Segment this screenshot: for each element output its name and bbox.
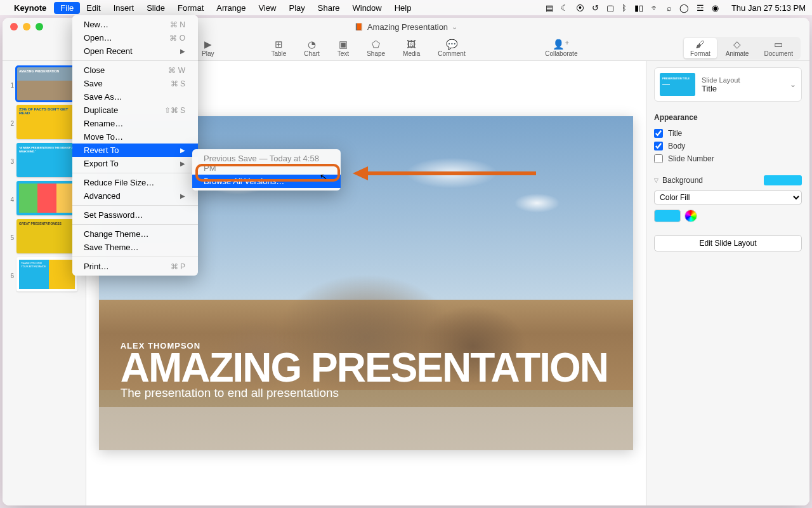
file-menu-item[interactable]: Revert To▶ xyxy=(72,144,198,157)
inspector-tabs: 🖌Format ◇Animate ▭Document xyxy=(683,37,801,60)
tab-document[interactable]: ▭Document xyxy=(757,38,799,58)
edit-slide-layout-button[interactable]: Edit Slide Layout xyxy=(654,235,802,251)
airplay-icon[interactable]: ⦿ xyxy=(576,3,584,13)
search-icon[interactable]: ⌕ xyxy=(667,3,672,13)
macos-menubar: Keynote File Edit Insert Slide Format Ar… xyxy=(0,0,812,15)
file-menu-item[interactable]: Save⌘ S xyxy=(72,77,198,90)
slide-layout-picker[interactable]: Slide LayoutTitle ⌄ xyxy=(654,67,802,102)
file-menu-item[interactable]: Reduce File Size… xyxy=(72,176,198,189)
file-menu-item[interactable]: Open…⌘ O xyxy=(72,31,198,44)
submenu-browse-all-versions[interactable]: Browse All Versions… xyxy=(192,175,341,188)
animate-icon: ◇ xyxy=(733,39,741,50)
body-checkbox-row[interactable]: Body xyxy=(654,140,802,152)
slide-thumbnail-6[interactable]: THANK YOU FOR YOUR ATTENDANCE xyxy=(16,257,77,291)
user-icon[interactable]: ◯ xyxy=(679,3,689,13)
timemachine-icon[interactable]: ↺ xyxy=(592,3,599,13)
tab-format[interactable]: 🖌Format xyxy=(684,38,717,58)
menu-insert[interactable]: Insert xyxy=(107,2,141,14)
body-checkbox[interactable] xyxy=(654,142,663,150)
menu-window[interactable]: Window xyxy=(346,2,388,14)
menu-play[interactable]: Play xyxy=(282,2,311,14)
file-menu-item[interactable]: New…⌘ N xyxy=(72,18,198,31)
file-menu-item[interactable]: Save As… xyxy=(72,90,198,104)
file-menu-dropdown: New…⌘ NOpen…⌘ OOpen Recent▶Close⌘ WSave⌘… xyxy=(72,15,198,276)
window-zoom-button[interactable] xyxy=(36,23,43,30)
file-menu-item[interactable]: Change Theme… xyxy=(72,227,198,241)
slide-thumbnail-3[interactable]: “A WEAK PRESENTATION IS THE SIGN OF A WE… xyxy=(16,143,77,177)
file-menu-item[interactable]: Save Theme… xyxy=(72,241,198,254)
slidenum-checkbox-row[interactable]: Slide Number xyxy=(654,152,802,165)
menu-arrange[interactable]: Arrange xyxy=(210,2,252,14)
control-center-icon[interactable]: ☲ xyxy=(697,3,704,13)
menu-file[interactable]: File xyxy=(54,2,80,14)
menu-help[interactable]: Help xyxy=(388,2,418,14)
file-menu-item[interactable]: Move To… xyxy=(72,130,198,144)
file-menu-item[interactable]: Duplicate⇧⌘ S xyxy=(72,104,198,117)
slide-thumbnail-4[interactable] xyxy=(16,181,77,215)
menu-slide[interactable]: Slide xyxy=(140,2,171,14)
toolbar-comment-button[interactable]: 💬Comment xyxy=(438,39,465,57)
format-icon: 🖌 xyxy=(695,39,705,50)
slide-thumbnail-1[interactable]: AMAZING PRESENTATION xyxy=(16,67,77,101)
toolbar-table-button[interactable]: ⊞Table xyxy=(271,39,286,57)
fill-type-select[interactable]: Color Fill xyxy=(654,190,802,204)
format-inspector: Slide LayoutTitle ⌄ Appearance Title Bod… xyxy=(646,61,809,505)
siri-icon[interactable]: ◉ xyxy=(712,3,719,13)
menubar-datetime[interactable]: Thu Jan 27 5:13 PM xyxy=(731,3,806,13)
toolbar-chart-button[interactable]: ◔Chart xyxy=(304,39,319,57)
disclosure-triangle-icon: ▽ xyxy=(654,177,658,184)
color-wheel-icon[interactable] xyxy=(684,210,697,222)
menu-share[interactable]: Share xyxy=(311,2,346,14)
toolbar-play-button[interactable]: ▶Play xyxy=(202,39,214,57)
submenu-previous-save[interactable]: Previous Save — Today at 4:58 PM xyxy=(192,152,341,175)
toolbar-text-button[interactable]: ▣Text xyxy=(337,39,349,57)
chart-icon: ◔ xyxy=(308,39,316,50)
menubar-status-area: ▤ ☾ ⦿ ↺ ▢ ᛒ ▮▯ ᯤ ⌕ ◯ ☲ ◉ Thu Jan 27 5:13… xyxy=(546,3,806,13)
app-icon[interactable]: ▤ xyxy=(546,3,553,13)
menu-edit[interactable]: Edit xyxy=(80,2,107,14)
file-menu-item[interactable]: Rename… xyxy=(72,117,198,130)
tab-animate[interactable]: ◇Animate xyxy=(719,38,756,58)
battery-icon[interactable]: ▮▯ xyxy=(634,3,643,13)
table-icon: ⊞ xyxy=(275,39,283,50)
display-icon[interactable]: ▢ xyxy=(606,3,614,13)
file-menu-item[interactable]: Close⌘ W xyxy=(72,64,198,77)
traffic-lights xyxy=(10,23,43,30)
slide-thumbnail-2[interactable]: 25% OF FACTS DON'T GET READ xyxy=(16,105,77,139)
slidenum-checkbox[interactable] xyxy=(654,154,663,163)
background-section-header[interactable]: ▽Background xyxy=(654,175,802,185)
dnd-icon[interactable]: ☾ xyxy=(561,3,568,13)
menu-view[interactable]: View xyxy=(252,2,283,14)
menu-format[interactable]: Format xyxy=(171,2,210,14)
collaborate-icon: 👤⁺ xyxy=(553,39,570,50)
file-menu-item[interactable]: Print…⌘ P xyxy=(72,260,198,273)
app-name[interactable]: Keynote xyxy=(14,3,46,13)
toolbar-shape-button[interactable]: ⬠Shape xyxy=(367,39,385,57)
appearance-header: Appearance xyxy=(654,113,802,122)
bluetooth-icon[interactable]: ᛒ xyxy=(622,3,627,13)
title-checkbox[interactable] xyxy=(654,129,663,138)
background-swatch xyxy=(764,175,802,185)
comment-icon: 💬 xyxy=(446,39,458,50)
title-checkbox-row[interactable]: Title xyxy=(654,127,802,140)
revert-to-submenu: Previous Save — Today at 4:58 PM Browse … xyxy=(192,149,341,190)
play-icon: ▶ xyxy=(204,39,212,50)
document-title[interactable]: Amazing Presentation xyxy=(355,22,457,32)
slide-thumbnail-5[interactable]: GREAT PRESENTATIONESS xyxy=(16,219,77,253)
file-menu-item[interactable]: Export To▶ xyxy=(72,157,198,170)
toolbar-collaborate-button[interactable]: 👤⁺Collaborate xyxy=(545,39,577,57)
toolbar-media-button[interactable]: 🖼Media xyxy=(403,39,420,57)
window-close-button[interactable] xyxy=(10,23,18,30)
file-menu-item[interactable]: Set Password… xyxy=(72,208,198,222)
chevron-down-icon: ⌄ xyxy=(790,80,796,89)
cursor-icon: ↖ xyxy=(319,171,329,182)
slide-headline[interactable]: AMAZING PRESENTATION xyxy=(121,351,608,385)
window-minimize-button[interactable] xyxy=(23,23,30,30)
document-icon: ▭ xyxy=(774,39,783,50)
color-swatch[interactable] xyxy=(654,210,681,222)
layout-thumbnail xyxy=(660,73,695,96)
file-menu-item[interactable]: Open Recent▶ xyxy=(72,44,198,58)
text-icon: ▣ xyxy=(339,39,348,50)
wifi-icon[interactable]: ᯤ xyxy=(651,3,659,13)
file-menu-item[interactable]: Advanced▶ xyxy=(72,189,198,203)
